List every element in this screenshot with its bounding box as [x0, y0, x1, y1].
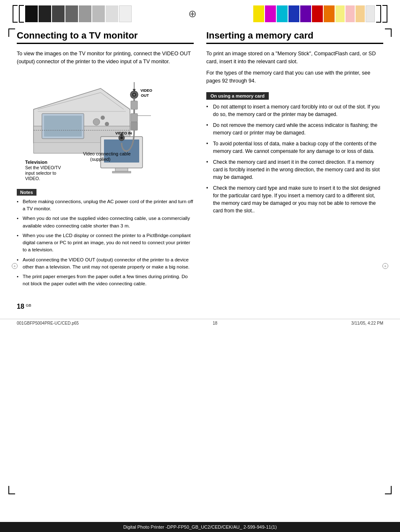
cb-yellow	[253, 5, 264, 22]
color-blocks-right	[253, 5, 375, 22]
svg-point-4	[93, 119, 100, 125]
memory-card-list: Do not attempt to insert a memory card f…	[206, 103, 383, 214]
color-block-4	[65, 5, 78, 22]
svg-text:VIDEO: VIDEO	[140, 88, 152, 93]
svg-text:VIDEO IN: VIDEO IN	[115, 131, 132, 135]
tv-connection-diagram: VIDEO OUT	[17, 72, 176, 185]
color-block-6	[92, 5, 105, 22]
note-item-1: Before making connections, unplug the AC…	[17, 198, 194, 213]
svg-text:input selector to: input selector to	[25, 170, 56, 176]
svg-rect-15	[131, 122, 138, 130]
right-section-title: Inserting a memory card	[206, 30, 383, 44]
svg-text:Video connecting cable: Video connecting cable	[83, 151, 131, 156]
footer-left: 001GBFP5004PRE-UC/CED.p65	[17, 321, 79, 325]
cb-red	[312, 5, 323, 22]
top-bar: ⊕	[0, 0, 400, 26]
note-item-2: When you do not use the supplied video c…	[17, 215, 194, 230]
left-section-title: Connecting to a TV monitor	[17, 30, 194, 44]
left-bracket-inner	[19, 5, 24, 23]
color-block-1	[25, 5, 38, 22]
color-block-7	[106, 5, 118, 22]
svg-rect-14	[131, 114, 138, 122]
cb-magenta	[265, 5, 276, 22]
corner-bracket-top-left	[8, 28, 15, 37]
on-using-header: On using a memory card	[206, 92, 269, 100]
bottom-area: 18 GB	[0, 299, 400, 315]
notes-header: Notes	[17, 189, 36, 196]
cb-light-pink	[345, 5, 355, 22]
footer-text: Digital Photo Printer -DPP-FP50_GB_UC2/C…	[123, 524, 277, 529]
right-bracket-outer	[382, 5, 387, 23]
footer-info: 001GBFP5004PRE-UC/CED.p65 18 3/11/05, 4:…	[0, 319, 400, 327]
right-column: Inserting a memory card To print an imag…	[206, 30, 383, 290]
left-section-intro: To view the images on the TV monitor for…	[17, 50, 194, 66]
memory-item-2: Do not remove the memory card while the …	[206, 121, 383, 137]
memory-item-5: Check the memory card type and make sure…	[206, 184, 383, 214]
color-block-8	[119, 5, 132, 22]
svg-text:Set the VIDEO/TV: Set the VIDEO/TV	[25, 165, 61, 170]
right-bracket-inner	[376, 5, 381, 23]
svg-point-5	[101, 116, 105, 120]
svg-text:(supplied): (supplied)	[90, 157, 110, 162]
note-item-3: When you use the LCD display or connect …	[17, 232, 194, 254]
cb-cyan	[277, 5, 288, 22]
cb-blue	[288, 5, 299, 22]
svg-rect-20	[112, 171, 131, 173]
color-block-2	[39, 5, 51, 22]
svg-text:VIDEO.: VIDEO.	[25, 176, 40, 181]
svg-point-22	[120, 137, 123, 139]
corner-bracket-bottom-left	[8, 486, 15, 494]
footer-right: 3/11/05, 4:22 PM	[351, 321, 383, 325]
note-item-4: Avoid connecting the VIDEO OUT (output) …	[17, 256, 194, 271]
left-column: Connecting to a TV monitor To view the i…	[17, 30, 194, 290]
page-number: 18 GB	[17, 303, 31, 310]
svg-text:OUT: OUT	[141, 93, 149, 98]
color-block-5	[79, 5, 91, 22]
memory-item-1: Do not attempt to insert a memory card f…	[206, 103, 383, 118]
right-intro-1: To print an image stored on a "Memory St…	[206, 50, 383, 66]
color-blocks-left	[25, 5, 132, 22]
footer-center: 18	[213, 321, 217, 325]
memory-item-3: To avoid potential loss of data, make a …	[206, 140, 383, 155]
corner-bracket-top-right	[385, 28, 392, 37]
center-crosshair: ⊕	[188, 8, 197, 20]
cb-orange	[324, 5, 335, 22]
notes-box: Notes Before making connections, unplug …	[17, 189, 194, 288]
main-content: Connecting to a TV monitor To view the i…	[0, 26, 400, 290]
right-side-bar	[253, 5, 387, 23]
cb-light-yellow	[335, 5, 345, 22]
tv-diagram: VIDEO OUT	[17, 72, 194, 185]
svg-text:Television: Television	[25, 160, 47, 165]
cb-purple	[300, 5, 311, 22]
right-intro-2: For the types of the memory card that yo…	[206, 69, 383, 85]
cb-light-orange	[356, 5, 365, 22]
corner-bracket-bottom-right	[385, 486, 392, 494]
color-block-3	[52, 5, 65, 22]
note-item-5: The print paper emerges from the paper o…	[17, 273, 194, 288]
cb-light-gray	[366, 5, 375, 22]
svg-rect-3	[44, 116, 82, 137]
svg-point-9	[133, 94, 135, 96]
notes-list: Before making connections, unplug the AC…	[17, 198, 194, 288]
left-bracket-outer	[13, 5, 18, 23]
svg-rect-13	[131, 101, 138, 109]
svg-rect-19	[115, 168, 128, 171]
crosshair-right: +	[382, 263, 388, 269]
footer: Digital Photo Printer -DPP-FP50_GB_UC2/C…	[0, 522, 400, 532]
svg-point-6	[105, 122, 109, 126]
memory-item-4: Check the memory card and insert it in t…	[206, 158, 383, 181]
